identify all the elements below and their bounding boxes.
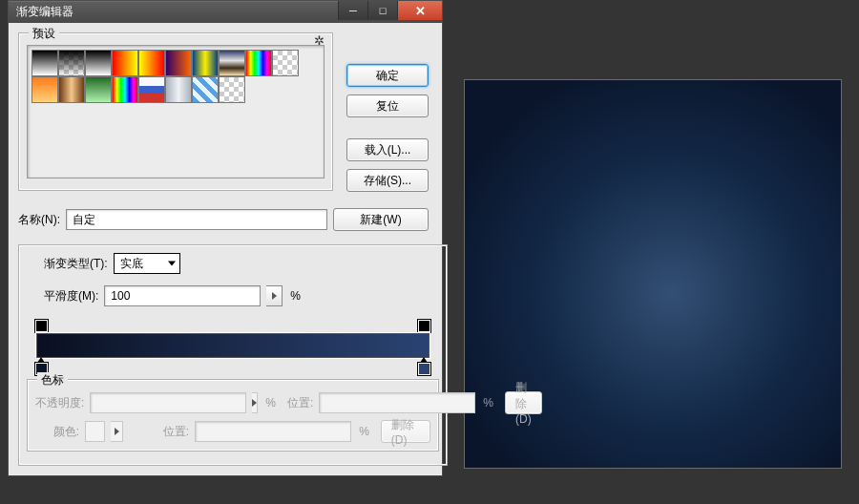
stops-fieldset: 色标 不透明度: % 位置: % 删除(D) 颜色: [27,379,439,452]
name-input[interactable] [66,209,327,230]
presets-menu-icon[interactable]: ✲ [314,33,325,48]
opacity-stop-left[interactable] [35,320,48,332]
percent-label: % [483,396,493,410]
cancel-button[interactable]: 复位 [346,94,429,117]
preset-swatch-grid [31,50,320,103]
preset-swatch[interactable] [58,76,85,103]
triangle-right-icon [272,292,277,300]
preset-swatch[interactable] [192,50,219,76]
preset-swatch[interactable] [165,50,192,76]
delete-color-stop-button: 删除(D) [381,420,430,443]
color-location-input [195,421,351,442]
smoothness-row: 平滑度(M): % [44,285,439,306]
opacity-location-input [319,392,475,413]
preset-swatch[interactable] [219,50,245,76]
opacity-input [90,392,246,413]
preset-swatch[interactable] [138,76,165,103]
presets-fieldset: 预设 ✲ [18,32,333,191]
opacity-step-button [252,392,258,413]
opacity-row: 不透明度: % 位置: % 删除(D) [35,391,430,414]
color-stop-right[interactable] [418,363,430,375]
preset-swatch[interactable] [165,76,192,103]
color-row: 颜色: 位置: % 删除(D) [35,420,430,443]
preset-swatch[interactable] [31,76,58,103]
opacity-stop-right[interactable] [418,320,430,332]
preset-swatch[interactable] [219,76,245,103]
delete-opacity-stop-button: 删除(D) [505,391,542,414]
preset-swatch[interactable] [85,50,112,76]
triangle-right-icon [252,399,257,407]
preset-swatch[interactable] [192,76,219,103]
save-button[interactable]: 存储(S)... [346,169,429,192]
smoothness-step-button[interactable] [266,285,283,306]
opacity-label: 不透明度: [35,395,84,411]
triangle-right-icon [115,428,119,435]
minimize-button[interactable]: ─ [338,1,367,20]
window-buttons: ─ □ ✕ [338,1,442,23]
gradient-settings-fieldset: 渐变类型(T): 实底 平滑度(M): % 色标 [18,244,448,466]
percent-label: % [359,425,369,438]
location-label-2: 位置: [163,424,189,440]
preset-swatch[interactable] [31,50,58,76]
preset-swatch[interactable] [245,50,272,76]
close-button[interactable]: ✕ [397,1,442,20]
name-row: 名称(N): 新建(W) [18,208,429,231]
preset-swatch[interactable] [272,50,299,76]
stops-legend: 色标 [37,372,68,388]
percent-label: % [265,396,276,410]
gradient-type-label: 渐变类型(T): [44,256,108,272]
location-label-1: 位置: [287,395,313,411]
minimize-icon: ─ [349,5,357,16]
color-step-button [111,421,123,442]
gradient-bar[interactable] [36,333,430,358]
color-chip [85,421,105,442]
preset-swatch[interactable] [85,76,112,103]
action-column: 确定 复位 载入(L)... 存储(S)... [346,64,429,192]
smoothness-input[interactable] [104,285,261,306]
preset-swatch[interactable] [112,76,138,103]
gradient-type-value: 实底 [120,256,143,272]
presets-well[interactable] [27,45,325,178]
preset-swatch[interactable] [138,50,165,76]
preset-swatch[interactable] [58,50,85,76]
window-title: 渐变编辑器 [9,4,338,20]
titlebar[interactable]: 渐变编辑器 ─ □ ✕ [9,1,442,23]
dialog-body: 确定 复位 载入(L)... 存储(S)... 预设 ✲ [9,23,442,475]
load-button[interactable]: 载入(L)... [346,138,429,161]
maximize-icon: □ [380,5,387,16]
maximize-button[interactable]: □ [367,1,397,20]
close-icon: ✕ [415,4,426,18]
gradient-ramp[interactable] [36,320,430,375]
gradient-type-select[interactable]: 实底 [114,253,180,274]
ok-button[interactable]: 确定 [346,64,429,87]
new-button[interactable]: 新建(W) [333,208,429,231]
gradient-editor-dialog: 渐变编辑器 ─ □ ✕ 确定 复位 载入(L)... 存储(S)... 预设 ✲ [8,0,443,476]
name-label: 名称(N): [18,212,60,228]
percent-label: % [290,289,301,303]
color-label: 颜色: [35,424,79,440]
chevron-down-icon [168,262,176,266]
gradient-type-row: 渐变类型(T): 实底 [44,253,439,274]
presets-legend: 预设 [29,26,59,42]
smoothness-label: 平滑度(M): [44,288,98,304]
preset-swatch[interactable] [112,50,138,76]
